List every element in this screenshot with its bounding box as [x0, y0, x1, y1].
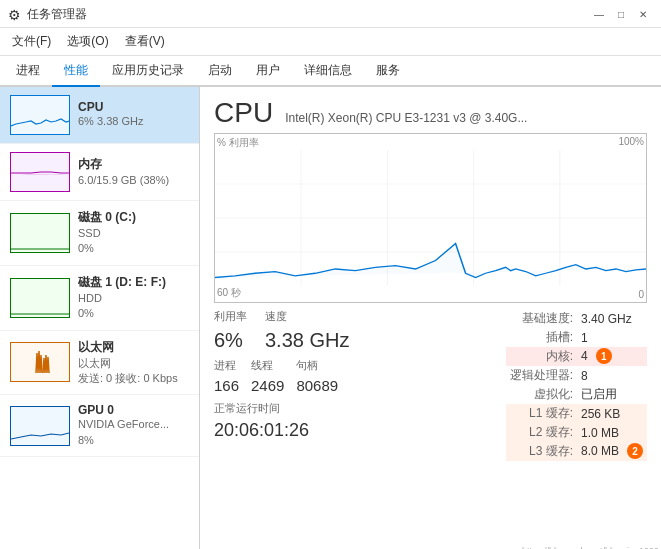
menu-view[interactable]: 查看(V) — [117, 30, 173, 53]
menu-bar: 文件(F) 选项(O) 查看(V) — [0, 28, 661, 56]
core-row: 内核: 4 1 — [506, 347, 647, 366]
virt-label: 虚拟化: — [506, 385, 577, 404]
app-title: 任务管理器 — [27, 6, 87, 23]
left-stats: 利用率 6% 速度 3.38 GHz 进程 166 线程 246 — [214, 309, 349, 461]
tab-details[interactable]: 详细信息 — [292, 56, 364, 87]
lp-label: 逻辑处理器: — [506, 366, 577, 385]
uptime-label: 正常运行时间 — [214, 401, 349, 416]
title-bar-controls: — □ ✕ — [589, 7, 653, 23]
disk1-mini-chart — [10, 278, 70, 318]
tab-process[interactable]: 进程 — [4, 56, 52, 87]
sidebar-item-gpu[interactable]: GPU 0 NVIDIA GeForce... 8% — [0, 395, 199, 457]
minimize-button[interactable]: — — [589, 7, 609, 23]
sidebar-ram-sub: 6.0/15.9 GB (38%) — [78, 173, 189, 188]
thread-col: 线程 2469 — [251, 358, 284, 395]
base-speed-row: 基础速度: 3.40 GHz — [506, 309, 647, 328]
sidebar-ethernet-info: 以太网 以太网 发送: 0 接收: 0 Kbps — [78, 339, 189, 387]
menu-options[interactable]: 选项(O) — [59, 30, 116, 53]
badge-1: 1 — [596, 348, 612, 364]
sidebar-item-ram[interactable]: 内存 6.0/15.9 GB (38%) — [0, 144, 199, 201]
sidebar-gpu-sub1: NVIDIA GeForce... — [78, 417, 189, 432]
cpu-mini-chart — [10, 95, 70, 135]
l2-value: 1.0 MB — [577, 423, 647, 442]
uptime-value: 20:06:01:26 — [214, 420, 349, 441]
tab-startup[interactable]: 启动 — [196, 56, 244, 87]
detail-title: CPU — [214, 97, 273, 129]
title-bar: ⚙ 任务管理器 — □ ✕ — [0, 0, 661, 28]
proc-thread-handle-row: 进程 166 线程 2469 句柄 80689 — [214, 358, 349, 395]
l3-value: 8.0 MB — [581, 444, 619, 458]
core-value: 4 — [581, 349, 588, 363]
tab-bar: 进程 性能 应用历史记录 启动 用户 详细信息 服务 — [0, 56, 661, 87]
virt-row: 虚拟化: 已启用 — [506, 385, 647, 404]
tab-services[interactable]: 服务 — [364, 56, 412, 87]
sidebar-cpu-info: CPU 6% 3.38 GHz — [78, 100, 189, 129]
base-speed-label: 基础速度: — [506, 309, 577, 328]
main-content: CPU 6% 3.38 GHz 内存 6.0/15.9 GB (38%) — [0, 87, 661, 549]
util-value: 6% — [214, 328, 247, 352]
speed-col: 速度 3.38 GHz — [265, 309, 349, 352]
chart-y-max: 100% — [618, 136, 644, 147]
sidebar-disk0-sub1: SSD — [78, 226, 189, 241]
sidebar-gpu-name: GPU 0 — [78, 403, 189, 417]
handle-col: 句柄 80689 — [296, 358, 338, 395]
disk0-mini-chart — [10, 213, 70, 253]
detail-header: CPU Intel(R) Xeon(R) CPU E3-1231 v3 @ 3.… — [214, 97, 647, 129]
sidebar-disk0-name: 磁盘 0 (C:) — [78, 209, 189, 226]
sidebar: CPU 6% 3.38 GHz 内存 6.0/15.9 GB (38%) — [0, 87, 200, 549]
core-value-cell: 4 1 — [577, 347, 647, 365]
maximize-button[interactable]: □ — [611, 7, 631, 23]
sidebar-disk1-name: 磁盘 1 (D: E: F:) — [78, 274, 189, 291]
lp-row: 逻辑处理器: 8 — [506, 366, 647, 385]
l1-value: 256 KB — [577, 404, 647, 423]
l1-label: L1 缓存: — [506, 404, 577, 423]
util-label: 利用率 — [214, 309, 247, 324]
close-button[interactable]: ✕ — [633, 7, 653, 23]
detail-panel: CPU Intel(R) Xeon(R) CPU E3-1231 v3 @ 3.… — [200, 87, 661, 549]
net-mini-chart — [10, 342, 70, 382]
title-bar-left: ⚙ 任务管理器 — [8, 6, 87, 23]
sidebar-ethernet-sub2: 发送: 0 接收: 0 Kbps — [78, 371, 189, 386]
sidebar-item-cpu[interactable]: CPU 6% 3.38 GHz — [0, 87, 199, 144]
right-stats-container: 基础速度: 3.40 GHz 插槽: 1 内核: 4 1 — [506, 309, 647, 461]
socket-row: 插槽: 1 — [506, 328, 647, 347]
l2-label: L2 缓存: — [506, 423, 577, 442]
chart-x-min: 0 — [638, 289, 644, 300]
sidebar-item-disk0[interactable]: 磁盘 0 (C:) SSD 0% — [0, 201, 199, 266]
sidebar-gpu-sub2: 8% — [78, 433, 189, 448]
sidebar-gpu-info: GPU 0 NVIDIA GeForce... 8% — [78, 403, 189, 448]
base-speed-value: 3.40 GHz — [577, 309, 647, 328]
badge-2: 2 — [627, 443, 643, 459]
lp-value: 8 — [577, 366, 647, 385]
stats-row: 利用率 6% 速度 3.38 GHz 进程 166 线程 246 — [214, 309, 647, 461]
sidebar-ram-info: 内存 6.0/15.9 GB (38%) — [78, 156, 189, 188]
thread-value: 2469 — [251, 377, 284, 395]
l1-row: L1 缓存: 256 KB — [506, 404, 647, 423]
sidebar-item-ethernet[interactable]: 以太网 以太网 发送: 0 接收: 0 Kbps — [0, 331, 199, 396]
proc-value: 166 — [214, 377, 239, 395]
right-stats-table: 基础速度: 3.40 GHz 插槽: 1 内核: 4 1 — [506, 309, 647, 461]
util-col: 利用率 6% — [214, 309, 247, 352]
util-speed-row: 利用率 6% 速度 3.38 GHz — [214, 309, 349, 352]
thread-label: 线程 — [251, 358, 284, 373]
proc-col: 进程 166 — [214, 358, 239, 395]
l3-label: L3 缓存: — [506, 442, 577, 461]
sidebar-item-disk1[interactable]: 磁盘 1 (D: E: F:) HDD 0% — [0, 266, 199, 331]
socket-value: 1 — [577, 328, 647, 347]
sidebar-cpu-sub: 6% 3.38 GHz — [78, 114, 189, 129]
tab-app-history[interactable]: 应用历史记录 — [100, 56, 196, 87]
sidebar-ram-name: 内存 — [78, 156, 189, 173]
menu-file[interactable]: 文件(F) — [4, 30, 59, 53]
gpu-mini-chart — [10, 406, 70, 446]
sidebar-ethernet-name: 以太网 — [78, 339, 189, 356]
tab-performance[interactable]: 性能 — [52, 56, 100, 87]
sidebar-disk1-sub2: 0% — [78, 306, 189, 321]
socket-label: 插槽: — [506, 328, 577, 347]
l2-row: L2 缓存: 1.0 MB — [506, 423, 647, 442]
l3-value-cell: 8.0 MB 2 — [577, 442, 647, 460]
virt-value: 已启用 — [577, 385, 647, 404]
sidebar-ethernet-sub1: 以太网 — [78, 356, 189, 371]
detail-subtitle: Intel(R) Xeon(R) CPU E3-1231 v3 @ 3.40G.… — [285, 111, 527, 125]
uptime-col: 正常运行时间 20:06:01:26 — [214, 401, 349, 441]
tab-users[interactable]: 用户 — [244, 56, 292, 87]
